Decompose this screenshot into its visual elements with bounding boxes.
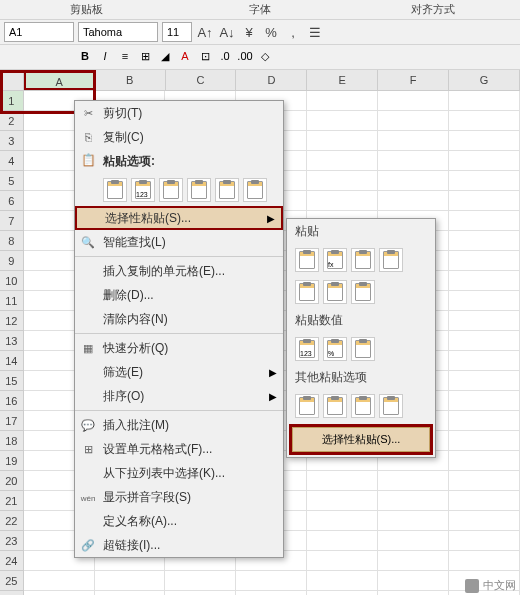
col-header-B[interactable]: B	[95, 70, 166, 90]
cell-F1[interactable]	[378, 91, 449, 111]
cell-E25[interactable]	[307, 571, 378, 591]
decrease-decimal-icon[interactable]: .0	[216, 47, 234, 65]
cell-A25[interactable]	[24, 571, 95, 591]
cell-F21[interactable]	[378, 491, 449, 511]
cell-G17[interactable]	[449, 411, 520, 431]
cell-B25[interactable]	[95, 571, 166, 591]
row-header-15[interactable]: 15	[0, 371, 24, 391]
cell-G5[interactable]	[449, 171, 520, 191]
row-header-8[interactable]: 8	[0, 231, 24, 251]
currency-icon[interactable]: ¥	[240, 23, 258, 41]
submenu-paste-values[interactable]: 123	[295, 337, 319, 361]
submenu-paste-picture[interactable]	[351, 394, 375, 418]
paste-all-icon[interactable]	[103, 178, 127, 202]
cell-F3[interactable]	[378, 131, 449, 151]
cell-E24[interactable]	[307, 551, 378, 571]
cell-C25[interactable]	[165, 571, 236, 591]
merge-icon[interactable]: ⊡	[196, 47, 214, 65]
cell-G9[interactable]	[449, 251, 520, 271]
cell-E1[interactable]	[307, 91, 378, 111]
cell-G20[interactable]	[449, 471, 520, 491]
cell-C26[interactable]	[165, 591, 236, 595]
row-header-22[interactable]: 22	[0, 511, 24, 531]
decrease-font-icon[interactable]: A↓	[218, 23, 236, 41]
borders-icon[interactable]: ⊞	[136, 47, 154, 65]
submenu-paste-keep-source[interactable]	[379, 248, 403, 272]
clear-format-icon[interactable]: ◇	[256, 47, 274, 65]
cell-G24[interactable]	[449, 551, 520, 571]
submenu-paste-fx[interactable]: fx	[323, 248, 347, 272]
row-header-17[interactable]: 17	[0, 411, 24, 431]
paste-transpose-icon[interactable]	[187, 178, 211, 202]
menu-show-phonetic[interactable]: wén 显示拼音字段(S)	[75, 485, 283, 509]
increase-font-icon[interactable]: A↑	[196, 23, 214, 41]
cell-F25[interactable]	[378, 571, 449, 591]
cell-G8[interactable]	[449, 231, 520, 251]
row-header-26[interactable]: 26	[0, 591, 24, 595]
submenu-paste-all[interactable]	[295, 248, 319, 272]
submenu-paste-link[interactable]	[323, 394, 347, 418]
increase-decimal-icon[interactable]: .00	[236, 47, 254, 65]
cell-G12[interactable]	[449, 311, 520, 331]
cell-G7[interactable]	[449, 211, 520, 231]
submenu-paste-no-border[interactable]	[295, 280, 319, 304]
menu-paste-special[interactable]: 选择性粘贴(S)... ▶	[75, 206, 283, 230]
cell-F22[interactable]	[378, 511, 449, 531]
cell-G6[interactable]	[449, 191, 520, 211]
cell-D25[interactable]	[236, 571, 307, 591]
row-header-1[interactable]: 1	[0, 91, 24, 111]
row-header-10[interactable]: 10	[0, 271, 24, 291]
cell-G3[interactable]	[449, 131, 520, 151]
cell-E22[interactable]	[307, 511, 378, 531]
col-header-G[interactable]: G	[449, 70, 520, 90]
cell-F5[interactable]	[378, 171, 449, 191]
wrap-text-icon[interactable]: ☰	[306, 23, 324, 41]
menu-insert-comment[interactable]: 💬 插入批注(M)	[75, 413, 283, 437]
cell-E2[interactable]	[307, 111, 378, 131]
row-header-20[interactable]: 20	[0, 471, 24, 491]
menu-pick-from-list[interactable]: 从下拉列表中选择(K)...	[75, 461, 283, 485]
cell-G1[interactable]	[449, 91, 520, 111]
menu-sort[interactable]: 排序(O) ▶	[75, 384, 283, 408]
cell-F23[interactable]	[378, 531, 449, 551]
name-box[interactable]	[4, 22, 74, 42]
comma-icon[interactable]: ,	[284, 23, 302, 41]
cell-F4[interactable]	[378, 151, 449, 171]
submenu-paste-transpose[interactable]	[351, 280, 375, 304]
col-header-E[interactable]: E	[307, 70, 378, 90]
row-header-23[interactable]: 23	[0, 531, 24, 551]
fill-color-icon[interactable]: ◢	[156, 47, 174, 65]
cell-G16[interactable]	[449, 391, 520, 411]
submenu-paste-formatting[interactable]	[295, 394, 319, 418]
cell-F24[interactable]	[378, 551, 449, 571]
cell-E4[interactable]	[307, 151, 378, 171]
cell-A26[interactable]	[24, 591, 95, 595]
cell-E21[interactable]	[307, 491, 378, 511]
cell-G22[interactable]	[449, 511, 520, 531]
paste-formulas-icon[interactable]	[159, 178, 183, 202]
row-header-16[interactable]: 16	[0, 391, 24, 411]
menu-format-cells[interactable]: ⊞ 设置单元格格式(F)...	[75, 437, 283, 461]
row-header-21[interactable]: 21	[0, 491, 24, 511]
cell-D26[interactable]	[236, 591, 307, 595]
submenu-paste-values-fmt[interactable]	[351, 337, 375, 361]
row-header-3[interactable]: 3	[0, 131, 24, 151]
cell-G10[interactable]	[449, 271, 520, 291]
submenu-paste-special-btn[interactable]: 选择性粘贴(S)...	[292, 427, 430, 452]
cell-G19[interactable]	[449, 451, 520, 471]
cell-G11[interactable]	[449, 291, 520, 311]
row-header-14[interactable]: 14	[0, 351, 24, 371]
col-header-F[interactable]: F	[378, 70, 449, 90]
menu-clear[interactable]: 清除内容(N)	[75, 307, 283, 331]
cell-G14[interactable]	[449, 351, 520, 371]
row-header-25[interactable]: 25	[0, 571, 24, 591]
menu-delete[interactable]: 删除(D)...	[75, 283, 283, 307]
cell-E6[interactable]	[307, 191, 378, 211]
menu-define-name[interactable]: 定义名称(A)...	[75, 509, 283, 533]
row-header-18[interactable]: 18	[0, 431, 24, 451]
paste-link-icon[interactable]	[243, 178, 267, 202]
menu-cut[interactable]: ✂ 剪切(T)	[75, 101, 283, 125]
col-header-C[interactable]: C	[166, 70, 237, 90]
submenu-paste-col-width[interactable]	[323, 280, 347, 304]
row-header-11[interactable]: 11	[0, 291, 24, 311]
